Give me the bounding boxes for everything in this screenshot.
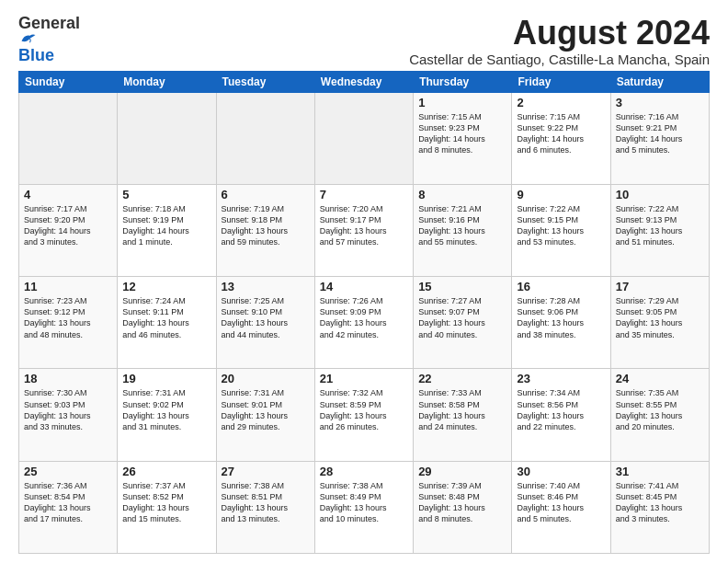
logo-bird-icon [20,31,37,44]
table-row [314,92,413,184]
day-info: Sunrise: 7:34 AM Sunset: 8:56 PM Dayligh… [517,387,605,432]
day-info: Sunrise: 7:22 AM Sunset: 9:13 PM Dayligh… [616,203,704,248]
day-info: Sunrise: 7:16 AM Sunset: 9:21 PM Dayligh… [616,111,704,156]
day-info: Sunrise: 7:38 AM Sunset: 8:51 PM Dayligh… [222,480,310,525]
day-info: Sunrise: 7:19 AM Sunset: 9:18 PM Dayligh… [222,203,310,248]
day-info: Sunrise: 7:31 AM Sunset: 9:02 PM Dayligh… [122,387,210,432]
day-number: 18 [24,372,112,385]
table-row: 30Sunrise: 7:40 AM Sunset: 8:46 PM Dayli… [512,461,610,553]
month-title: August 2024 [92,15,710,52]
day-info: Sunrise: 7:18 AM Sunset: 9:19 PM Dayligh… [122,203,210,248]
table-row: 29Sunrise: 7:39 AM Sunset: 8:48 PM Dayli… [414,461,512,553]
day-number: 3 [616,96,704,109]
day-number: 14 [320,280,408,293]
table-row: 5Sunrise: 7:18 AM Sunset: 9:19 PM Daylig… [118,184,216,276]
day-number: 12 [122,280,210,293]
table-row: 11Sunrise: 7:23 AM Sunset: 9:12 PM Dayli… [19,277,118,369]
day-number: 11 [24,280,112,293]
day-number: 2 [517,96,605,109]
day-number: 16 [517,280,605,293]
table-row: 7Sunrise: 7:20 AM Sunset: 9:17 PM Daylig… [314,184,413,276]
day-info: Sunrise: 7:23 AM Sunset: 9:12 PM Dayligh… [24,295,112,340]
table-row [118,92,216,184]
table-row: 31Sunrise: 7:41 AM Sunset: 8:45 PM Dayli… [610,461,709,553]
title-block: August 2024 Castellar de Santiago, Casti… [92,15,710,67]
table-row: 21Sunrise: 7:32 AM Sunset: 8:59 PM Dayli… [314,369,413,461]
table-row [216,92,314,184]
table-row: 9Sunrise: 7:22 AM Sunset: 9:15 PM Daylig… [512,184,610,276]
table-row: 27Sunrise: 7:38 AM Sunset: 8:51 PM Dayli… [216,461,314,553]
day-number: 4 [24,188,112,201]
table-row: 15Sunrise: 7:27 AM Sunset: 9:07 PM Dayli… [414,277,512,369]
table-row: 6Sunrise: 7:19 AM Sunset: 9:18 PM Daylig… [216,184,314,276]
table-row: 18Sunrise: 7:30 AM Sunset: 9:03 PM Dayli… [19,369,118,461]
table-row: 1Sunrise: 7:15 AM Sunset: 9:23 PM Daylig… [414,92,512,184]
table-row: 28Sunrise: 7:38 AM Sunset: 8:49 PM Dayli… [314,461,413,553]
table-row: 22Sunrise: 7:33 AM Sunset: 8:58 PM Dayli… [414,369,512,461]
calendar-table: Sunday Monday Tuesday Wednesday Thursday… [18,71,710,554]
table-row: 19Sunrise: 7:31 AM Sunset: 9:02 PM Dayli… [118,369,216,461]
day-number: 23 [517,372,605,385]
day-info: Sunrise: 7:38 AM Sunset: 8:49 PM Dayligh… [320,480,408,525]
table-row: 8Sunrise: 7:21 AM Sunset: 9:16 PM Daylig… [414,184,512,276]
day-number: 21 [320,372,408,385]
day-info: Sunrise: 7:15 AM Sunset: 9:23 PM Dayligh… [418,111,506,156]
table-row: 16Sunrise: 7:28 AM Sunset: 9:06 PM Dayli… [512,277,610,369]
day-number: 30 [517,465,605,478]
table-row: 26Sunrise: 7:37 AM Sunset: 8:52 PM Dayli… [118,461,216,553]
day-number: 1 [418,96,506,109]
table-row: 25Sunrise: 7:36 AM Sunset: 8:54 PM Dayli… [19,461,118,553]
table-row: 12Sunrise: 7:24 AM Sunset: 9:11 PM Dayli… [118,277,216,369]
day-number: 17 [616,280,704,293]
day-number: 27 [222,465,310,478]
col-saturday: Saturday [610,71,709,92]
table-row: 23Sunrise: 7:34 AM Sunset: 8:56 PM Dayli… [512,369,610,461]
day-info: Sunrise: 7:33 AM Sunset: 8:58 PM Dayligh… [418,387,506,432]
table-row: 17Sunrise: 7:29 AM Sunset: 9:05 PM Dayli… [610,277,709,369]
col-tuesday: Tuesday [216,71,314,92]
day-info: Sunrise: 7:21 AM Sunset: 9:16 PM Dayligh… [418,203,506,248]
day-number: 28 [320,465,408,478]
table-row: 4Sunrise: 7:17 AM Sunset: 9:20 PM Daylig… [19,184,118,276]
day-number: 8 [418,188,506,201]
day-info: Sunrise: 7:37 AM Sunset: 8:52 PM Dayligh… [122,480,210,525]
day-info: Sunrise: 7:22 AM Sunset: 9:15 PM Dayligh… [517,203,605,248]
day-info: Sunrise: 7:24 AM Sunset: 9:11 PM Dayligh… [122,295,210,340]
day-info: Sunrise: 7:40 AM Sunset: 8:46 PM Dayligh… [517,480,605,525]
table-row: 10Sunrise: 7:22 AM Sunset: 9:13 PM Dayli… [610,184,709,276]
col-friday: Friday [512,71,610,92]
col-thursday: Thursday [414,71,512,92]
table-row: 13Sunrise: 7:25 AM Sunset: 9:10 PM Dayli… [216,277,314,369]
col-wednesday: Wednesday [314,71,413,92]
day-number: 25 [24,465,112,478]
table-row: 24Sunrise: 7:35 AM Sunset: 8:55 PM Dayli… [610,369,709,461]
day-info: Sunrise: 7:28 AM Sunset: 9:06 PM Dayligh… [517,295,605,340]
day-info: Sunrise: 7:15 AM Sunset: 9:22 PM Dayligh… [517,111,605,156]
day-number: 9 [517,188,605,201]
day-info: Sunrise: 7:29 AM Sunset: 9:05 PM Dayligh… [616,295,704,340]
table-row [19,92,118,184]
location-title: Castellar de Santiago, Castille-La Manch… [92,52,710,67]
day-info: Sunrise: 7:26 AM Sunset: 9:09 PM Dayligh… [320,295,408,340]
day-number: 7 [320,188,408,201]
day-number: 20 [222,372,310,385]
day-info: Sunrise: 7:41 AM Sunset: 8:45 PM Dayligh… [616,480,704,525]
day-number: 24 [616,372,704,385]
day-info: Sunrise: 7:20 AM Sunset: 9:17 PM Dayligh… [320,203,408,248]
logo: General Blue [18,15,92,63]
day-info: Sunrise: 7:36 AM Sunset: 8:54 PM Dayligh… [24,480,112,525]
day-info: Sunrise: 7:25 AM Sunset: 9:10 PM Dayligh… [222,295,310,340]
day-info: Sunrise: 7:17 AM Sunset: 9:20 PM Dayligh… [24,203,112,248]
day-number: 6 [222,188,310,201]
day-number: 31 [616,465,704,478]
day-info: Sunrise: 7:39 AM Sunset: 8:48 PM Dayligh… [418,480,506,525]
table-row: 14Sunrise: 7:26 AM Sunset: 9:09 PM Dayli… [314,277,413,369]
day-number: 19 [122,372,210,385]
day-number: 15 [418,280,506,293]
day-number: 26 [122,465,210,478]
day-number: 10 [616,188,704,201]
logo-blue-text: Blue [18,47,92,63]
day-info: Sunrise: 7:32 AM Sunset: 8:59 PM Dayligh… [320,387,408,432]
logo-general-text: General [18,14,80,32]
day-number: 5 [122,188,210,201]
